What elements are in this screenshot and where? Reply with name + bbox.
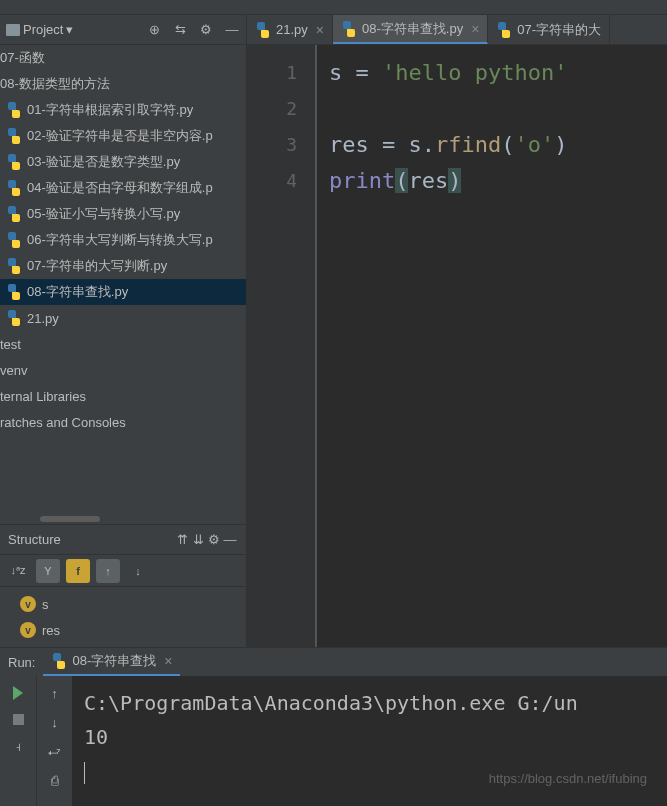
tab-08[interactable]: 08-字符串查找.py ×	[333, 15, 488, 44]
tree-file[interactable]: 03-验证是否是数字类型.py	[0, 149, 246, 175]
left-panel: Project ▾ ⊕ ⇆ ⚙ — 07-函数 08-数据类型的方法 01-字符…	[0, 15, 247, 647]
folder-icon	[6, 24, 20, 36]
python-icon	[6, 258, 22, 274]
project-label[interactable]: Project ▾	[6, 22, 146, 37]
project-header: Project ▾ ⊕ ⇆ ⚙ —	[0, 15, 246, 45]
python-icon	[6, 128, 22, 144]
code-text[interactable]: s = 'hello python' res = s.rfind('o')pri…	[317, 45, 667, 647]
tree-file-selected[interactable]: 08-字符串查找.py	[0, 279, 246, 305]
python-icon	[6, 206, 22, 222]
console-output[interactable]: C:\ProgramData\Anaconda3\python.exe G:/u…	[72, 676, 667, 806]
nav-down-button[interactable]: ↓	[126, 559, 150, 583]
run-sidebar-left: ⫞	[0, 676, 36, 806]
tree-folder[interactable]: test	[0, 331, 246, 357]
minimize-icon[interactable]: —	[222, 532, 238, 548]
tree-file[interactable]: 04-验证是否由字母和数字组成.p	[0, 175, 246, 201]
tab-21[interactable]: 21.py ×	[247, 15, 333, 44]
structure-toolbar: ↓ᵃz Y f ↑ ↓	[0, 555, 246, 587]
minimize-icon[interactable]: —	[224, 22, 240, 38]
breadcrumb-bar	[0, 0, 667, 15]
close-icon[interactable]: ×	[471, 21, 479, 37]
watermark: https://blog.csdn.net/ifubing	[489, 771, 647, 786]
horizontal-scrollbar[interactable]	[0, 514, 246, 524]
target-icon[interactable]: ⊕	[146, 22, 162, 38]
wrap-icon[interactable]: ⮐	[48, 744, 61, 759]
structure-panel: Structure ⇈ ⇊ ⚙ — ↓ᵃz Y f ↑ ↓ v s v	[0, 524, 246, 647]
variable-icon: v	[20, 596, 36, 612]
print-icon[interactable]: ⎙	[51, 773, 59, 788]
variable-name: res	[42, 623, 60, 638]
stop-icon[interactable]	[13, 714, 24, 725]
sort-alpha-button[interactable]: ↓ᵃz	[6, 559, 30, 583]
down-arrow-icon[interactable]: ↓	[51, 715, 58, 730]
python-icon	[341, 21, 357, 37]
tree-file[interactable]: 06-字符串大写判断与转换大写.p	[0, 227, 246, 253]
gear-icon[interactable]: ⚙	[198, 22, 214, 38]
collapse-icon[interactable]: ⇈	[174, 532, 190, 548]
structure-title: Structure	[8, 532, 174, 547]
project-header-icons: ⊕ ⇆ ⚙ —	[146, 22, 240, 38]
python-icon	[6, 180, 22, 196]
tree-folder[interactable]: ternal Libraries	[0, 383, 246, 409]
main-area: Project ▾ ⊕ ⇆ ⚙ — 07-函数 08-数据类型的方法 01-字符…	[0, 15, 667, 647]
tree-folder[interactable]: 08-数据类型的方法	[0, 71, 246, 97]
tree-folder[interactable]: venv	[0, 357, 246, 383]
run-header: Run: 08-字符串查找 ×	[0, 648, 667, 676]
structure-items: v s v res	[0, 587, 246, 647]
nav-up-button[interactable]: ↑	[96, 559, 120, 583]
fields-button[interactable]: f	[66, 559, 90, 583]
gear-icon[interactable]: ⚙	[206, 532, 222, 548]
tree-folder[interactable]: 07-函数	[0, 45, 246, 71]
line-gutter: 1 2 3 4	[247, 45, 317, 647]
run-tab[interactable]: 08-字符串查找 ×	[43, 648, 180, 676]
file-tree: 07-函数 08-数据类型的方法 01-字符串根据索引取字符.py 02-验证字…	[0, 45, 246, 514]
python-icon	[6, 284, 22, 300]
up-arrow-icon[interactable]: ↑	[51, 686, 58, 701]
run-label: Run:	[8, 655, 35, 670]
play-icon[interactable]	[13, 686, 23, 700]
close-icon[interactable]: ×	[316, 22, 324, 38]
layout-icon[interactable]: ⫞	[15, 739, 22, 754]
structure-var[interactable]: v s	[0, 591, 246, 617]
tree-file[interactable]: 05-验证小写与转换小写.py	[0, 201, 246, 227]
expand-icon[interactable]: ⇊	[190, 532, 206, 548]
collapse-icon[interactable]: ⇆	[172, 22, 188, 38]
tree-folder[interactable]: ratches and Consoles	[0, 409, 246, 435]
filter-button[interactable]: Y	[36, 559, 60, 583]
editor-tabs: 21.py × 08-字符串查找.py × 07-字符串的大	[247, 15, 667, 45]
python-icon	[6, 154, 22, 170]
tree-file[interactable]: 02-验证字符串是否是非空内容.p	[0, 123, 246, 149]
python-icon	[255, 22, 271, 38]
tab-07[interactable]: 07-字符串的大	[488, 15, 610, 44]
python-icon	[6, 232, 22, 248]
project-title: Project	[23, 22, 63, 37]
structure-var[interactable]: v res	[0, 617, 246, 643]
python-icon	[6, 102, 22, 118]
python-icon	[6, 310, 22, 326]
run-sidebar-right: ↑ ↓ ⮐ ⎙	[36, 676, 72, 806]
tree-file[interactable]: 07-字符串的大写判断.py	[0, 253, 246, 279]
python-icon	[51, 653, 67, 669]
tree-file[interactable]: 01-字符串根据索引取字符.py	[0, 97, 246, 123]
python-icon	[496, 22, 512, 38]
close-icon[interactable]: ×	[164, 653, 172, 669]
variable-name: s	[42, 597, 49, 612]
run-body: ⫞ ↑ ↓ ⮐ ⎙ C:\ProgramData\Anaconda3\pytho…	[0, 676, 667, 806]
tree-file[interactable]: 21.py	[0, 305, 246, 331]
cursor	[84, 762, 85, 784]
variable-icon: v	[20, 622, 36, 638]
structure-header: Structure ⇈ ⇊ ⚙ —	[0, 525, 246, 555]
chevron-down-icon: ▾	[66, 22, 73, 37]
editor-content[interactable]: 1 2 3 4 s = 'hello python' res = s.rfind…	[247, 45, 667, 647]
editor-area: 21.py × 08-字符串查找.py × 07-字符串的大 1 2 3 4 s…	[247, 15, 667, 647]
